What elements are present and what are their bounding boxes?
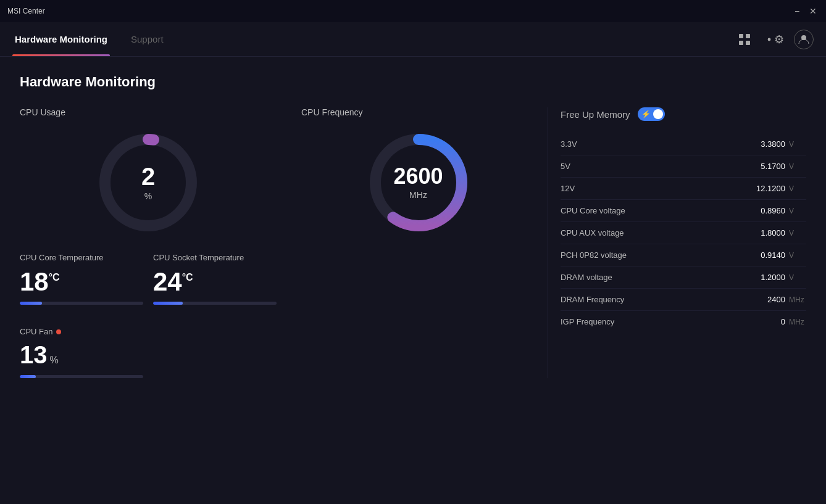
voltage-unit: V: [789, 273, 806, 282]
voltage-name: DRAM Frequency: [561, 295, 624, 304]
title-bar: MSI Center − ✕: [0, 0, 826, 22]
voltage-unit: MHz: [789, 318, 806, 326]
voltage-name: CPU Core voltage: [561, 206, 625, 215]
cpu-socket-temp-bar: [153, 302, 277, 305]
cpu-usage-unit: %: [141, 191, 155, 201]
cpu-freq-value: 2600: [393, 165, 443, 188]
cpu-core-temp-value: 18°C: [20, 267, 143, 297]
center-panel: CPU Frequency 2600: [289, 107, 548, 378]
voltage-values: 2400 MHz: [751, 295, 806, 304]
voltage-values: 12.1200 V: [751, 184, 806, 193]
voltage-unit: V: [789, 251, 806, 260]
cpu-freq-center: 2600 MHz: [393, 165, 443, 200]
minimize-button[interactable]: −: [791, 6, 803, 17]
page-title: Hardware Monitoring: [20, 74, 806, 90]
voltage-unit: V: [789, 207, 806, 215]
voltage-values: 3.3800 V: [751, 139, 806, 149]
voltage-name: PCH 0P82 voltage: [561, 250, 627, 260]
nav-tabs: Hardware Monitoring Support: [12, 22, 166, 56]
voltage-row-igp-freq: IGP Frequency 0 MHz: [561, 311, 806, 333]
cpu-usage-center: 2 %: [141, 164, 155, 201]
voltage-values: 5.1700 V: [751, 162, 806, 171]
svg-rect-3: [746, 41, 750, 45]
cpu-fan-bar-fill: [20, 375, 36, 378]
voltage-name: DRAM voltage: [561, 273, 612, 282]
right-panel: Free Up Memory ⚡ 3.3V 3.3800 V 5V 5.170: [548, 107, 806, 378]
cpu-fan-label: CPU Fan: [20, 327, 277, 336]
voltage-values: 0 MHz: [751, 317, 806, 326]
app-title: MSI Center: [7, 7, 45, 15]
cpu-fan-value-row: 13 %: [20, 341, 277, 369]
temp-grid: CPU Core Temperature 18°C CPU Socket Tem…: [20, 253, 277, 317]
nav-icons: ⚙: [735, 30, 814, 49]
voltage-val: 12.1200: [751, 184, 785, 193]
voltage-val: 5.1700: [751, 162, 785, 171]
cpu-core-temp-bar-fill: [20, 302, 42, 305]
voltage-row-12v: 12V 12.1200 V: [561, 178, 806, 200]
voltage-unit: V: [789, 140, 806, 149]
voltage-val: 3.3800: [751, 139, 785, 149]
voltage-row-5v: 5V 5.1700 V: [561, 155, 806, 178]
cpu-fan-unit: %: [50, 355, 59, 366]
svg-rect-0: [739, 34, 743, 38]
cpu-fan-section: CPU Fan 13 %: [20, 327, 277, 378]
cpu-fan-bar: [20, 375, 143, 378]
voltage-unit: V: [789, 184, 806, 193]
voltage-name: 5V: [561, 162, 570, 171]
voltage-name: IGP Frequency: [561, 317, 614, 326]
cpu-freq-gauge: 2600 MHz: [301, 127, 535, 238]
voltage-val: 1.2000: [751, 273, 785, 282]
voltage-row-dram-freq: DRAM Frequency 2400 MHz: [561, 289, 806, 311]
lightning-icon: ⚡: [641, 110, 651, 118]
cpu-core-temp-bar: [20, 302, 143, 305]
voltage-table: 3.3V 3.3800 V 5V 5.1700 V 12V: [561, 133, 806, 333]
voltage-unit: V: [789, 162, 806, 171]
voltage-val: 0.9140: [751, 250, 785, 260]
cpu-socket-temp-value: 24°C: [153, 267, 277, 297]
cpu-usage-value: 2: [141, 164, 155, 189]
grid-icon[interactable]: [735, 30, 754, 49]
voltage-name: 12V: [561, 184, 575, 193]
content-grid: CPU Usage 2 % CPU Core Temperature: [20, 107, 806, 378]
voltage-row-cpu-core: CPU Core voltage 0.8960 V: [561, 200, 806, 222]
free-up-memory-row: Free Up Memory ⚡: [561, 107, 806, 121]
cpu-usage-label: CPU Usage: [20, 107, 277, 117]
voltage-unit: MHz: [789, 295, 806, 304]
voltage-values: 1.2000 V: [751, 273, 806, 282]
cpu-freq-unit: MHz: [393, 190, 443, 200]
voltage-row-cpu-aux: CPU AUX voltage 1.8000 V: [561, 222, 806, 244]
fan-dot: [56, 329, 61, 334]
svg-rect-1: [746, 34, 750, 38]
user-avatar[interactable]: [794, 30, 814, 49]
voltage-unit: V: [789, 229, 806, 238]
cpu-socket-temp-section: CPU Socket Temperature 24°C: [153, 253, 277, 305]
voltage-row-pch: PCH 0P82 voltage 0.9140 V: [561, 244, 806, 266]
main-content: Hardware Monitoring CPU Usage 2 %: [0, 57, 826, 504]
cpu-socket-temp-label: CPU Socket Temperature: [153, 253, 277, 262]
voltage-values: 0.9140 V: [751, 250, 806, 260]
title-bar-controls: − ✕: [791, 6, 819, 17]
voltage-val: 0.8960: [751, 206, 785, 215]
voltage-name: CPU AUX voltage: [561, 228, 624, 238]
tab-hardware-monitoring[interactable]: Hardware Monitoring: [12, 22, 110, 56]
voltage-values: 1.8000 V: [751, 228, 806, 238]
voltage-val: 2400: [751, 295, 785, 304]
cpu-fan-value: 13: [20, 341, 48, 369]
nav-bar: Hardware Monitoring Support ⚙: [0, 22, 826, 57]
free-up-memory-label: Free Up Memory: [561, 109, 630, 120]
voltage-name: 3.3V: [561, 139, 577, 149]
cpu-usage-gauge: 2 %: [20, 127, 277, 238]
voltage-val: 0: [751, 317, 785, 326]
voltage-values: 0.8960 V: [751, 206, 806, 215]
voltage-val: 1.8000: [751, 228, 785, 238]
svg-rect-2: [739, 41, 743, 45]
tab-support[interactable]: Support: [128, 22, 166, 56]
close-button[interactable]: ✕: [807, 6, 819, 17]
settings-icon[interactable]: ⚙: [764, 30, 784, 49]
voltage-row-3v3: 3.3V 3.3800 V: [561, 133, 806, 155]
voltage-row-dram: DRAM voltage 1.2000 V: [561, 266, 806, 289]
cpu-freq-label: CPU Frequency: [301, 107, 535, 117]
cpu-core-temp-label: CPU Core Temperature: [20, 253, 143, 262]
free-up-memory-toggle[interactable]: ⚡: [638, 107, 665, 121]
cpu-core-temp-section: CPU Core Temperature 18°C: [20, 253, 143, 305]
